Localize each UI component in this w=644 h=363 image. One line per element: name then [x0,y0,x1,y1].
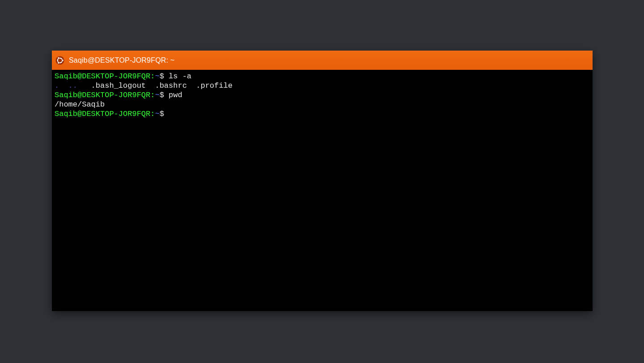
svg-point-3 [58,57,59,59]
prompt-line-2: Saqib@DESKTOP-JOR9FQR:~$ pwd [55,90,590,100]
ls-files: .bash_logout .bashrc .profile [77,81,233,90]
prompt-line-3: Saqib@DESKTOP-JOR9FQR:~$ [55,109,590,119]
prompt-symbol: $ [160,91,164,99]
command-2-text: pwd [169,91,182,99]
command-1-text: ls -a [169,72,191,81]
prompt-path: ~ [155,72,159,81]
command-1 [164,72,169,81]
terminal-body[interactable]: Saqib@DESKTOP-JOR9FQR:~$ ls -a . .. .bas… [52,70,593,311]
prompt-symbol: $ [160,72,164,81]
ls-dots: . .. [55,81,77,90]
svg-point-2 [62,59,64,61]
prompt-user: Saqib@DESKTOP-JOR9FQR [55,72,150,81]
ubuntu-icon [55,56,64,65]
prompt-line-1: Saqib@DESKTOP-JOR9FQR:~$ ls -a [55,72,590,81]
pwd-output: /home/Saqib [55,100,590,109]
window-title: Saqib@DESKTOP-JOR9FQR: ~ [69,56,174,64]
terminal-window: Saqib@DESKTOP-JOR9FQR: ~ Saqib@DESKTOP-J… [52,51,593,311]
prompt-symbol: $ [160,110,164,118]
prompt-sep: : [150,72,155,81]
ls-output: . .. .bash_logout .bashrc .profile [55,81,590,90]
prompt-sep: : [150,110,155,118]
prompt-path: ~ [155,91,159,99]
svg-point-4 [58,62,59,64]
prompt-user: Saqib@DESKTOP-JOR9FQR [55,91,150,99]
title-bar[interactable]: Saqib@DESKTOP-JOR9FQR: ~ [52,51,593,70]
prompt-path: ~ [155,110,159,118]
prompt-sep: : [150,91,155,99]
prompt-user: Saqib@DESKTOP-JOR9FQR [55,110,150,118]
